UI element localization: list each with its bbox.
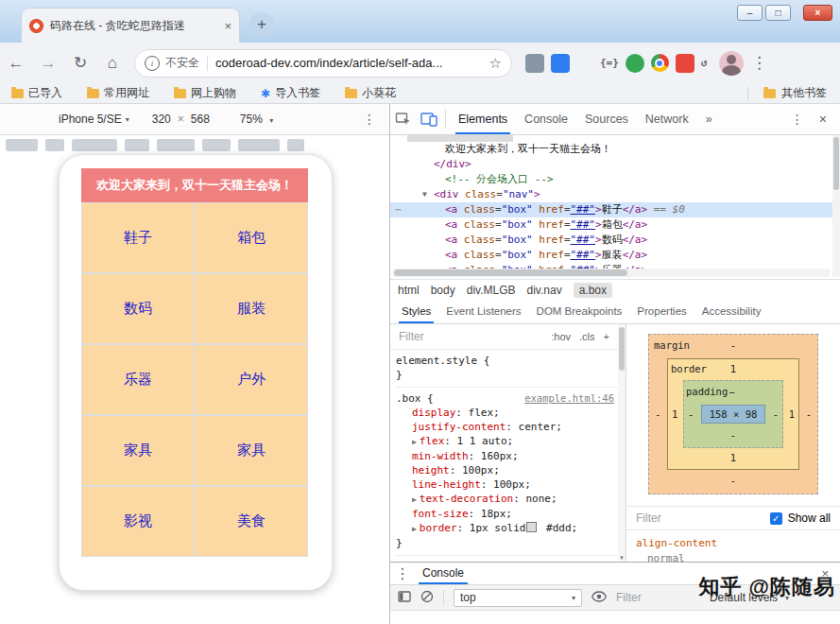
horizontal-scrollbar[interactable] — [392, 269, 831, 277]
show-all-checkbox[interactable]: ✓ — [770, 512, 782, 525]
reload-button[interactable]: ↻ — [64, 53, 96, 73]
expand-shorthand-icon[interactable]: ▶ — [412, 495, 417, 504]
computed-property[interactable]: align-contentnormal — [636, 537, 831, 563]
console-drawer-tab[interactable]: Console — [415, 563, 471, 584]
mobile-nav-item[interactable]: 乐器 — [81, 344, 195, 415]
css-property[interactable]: ▶border: 1px solid #ddd; — [396, 521, 626, 536]
devtools-tab[interactable]: » — [697, 104, 721, 134]
console-filter-input[interactable]: Filter — [616, 591, 642, 604]
css-property[interactable]: ▶text-decoration: none; — [396, 492, 626, 507]
breadcrumb-item[interactable]: a.box — [574, 283, 612, 298]
mobile-nav-item[interactable]: 家具 — [81, 415, 195, 486]
css-property[interactable]: justify-content: center; — [396, 420, 626, 434]
home-button[interactable]: ⌂ — [96, 54, 129, 73]
console-sidebar-icon[interactable] — [398, 591, 411, 605]
dom-tree-row[interactable]: 欢迎大家来到，双十一天猫主会场！ — [390, 142, 832, 157]
close-window-button[interactable]: × — [803, 5, 832, 21]
sidebar-tab[interactable]: Styles — [394, 300, 438, 323]
margin-top-value[interactable]: - — [730, 339, 736, 351]
inspect-element-icon[interactable] — [390, 111, 416, 128]
mobile-nav-item[interactable]: 户外 — [195, 344, 308, 415]
expand-arrow-icon[interactable]: ▼ — [422, 187, 434, 202]
padding-bottom-value[interactable]: - — [730, 429, 736, 441]
device-select[interactable]: iPhone 5/SE ▾ — [59, 113, 129, 126]
extension-icon[interactable]: ↺ — [701, 54, 708, 73]
styles-scrollbar[interactable]: ▾ — [618, 324, 626, 563]
mobile-nav-item[interactable]: 家具 — [195, 415, 308, 486]
tab-close-icon[interactable]: × — [224, 19, 231, 33]
expand-shorthand-icon[interactable]: ▶ — [412, 438, 417, 446]
border-left-value[interactable]: 1 — [672, 408, 677, 420]
mobile-nav-item[interactable]: 服装 — [195, 273, 308, 344]
browser-tab[interactable]: 码路在线 - 贪吃蛇思路指迷 × — [21, 8, 240, 43]
mobile-nav-item[interactable]: 数码 — [81, 273, 195, 344]
sidebar-tab[interactable]: Accessibility — [694, 300, 769, 323]
css-property[interactable]: display: flex; — [396, 406, 626, 420]
new-tab-button[interactable]: + — [249, 12, 274, 37]
margin-bottom-value[interactable]: - — [730, 475, 736, 486]
element-style-rule[interactable]: element.style { — [396, 354, 626, 368]
sidebar-tab[interactable]: Properties — [629, 300, 694, 323]
execution-context-select[interactable]: top ▾ — [454, 589, 582, 607]
back-button[interactable]: ← — [0, 54, 32, 73]
bookmark-item[interactable]: 已导入 — [11, 85, 62, 101]
viewport-width-field[interactable]: 320 — [152, 113, 171, 126]
devtools-close-icon[interactable]: × — [819, 112, 827, 127]
dom-tree-row[interactable]: <a class="box" href="##">箱包</a> — [390, 217, 832, 233]
extension-icon[interactable]: {=} — [600, 54, 619, 73]
dom-tree-row[interactable]: <a class="box" href="##">数码</a> — [390, 233, 832, 248]
dom-tree-row[interactable]: <!-- 分会场入口 --> — [390, 172, 832, 187]
class-toggle[interactable]: .cls — [579, 331, 595, 342]
viewport-height-field[interactable]: 568 — [191, 113, 210, 126]
minimize-button[interactable]: – — [737, 5, 763, 21]
breadcrumb-item[interactable]: div.MLGB — [467, 284, 516, 297]
css-property[interactable]: line-height: 100px; — [396, 477, 626, 492]
devtools-tab[interactable]: Elements — [450, 104, 516, 134]
mobile-nav-item[interactable]: 美食 — [195, 486, 308, 557]
extension-icon[interactable] — [626, 54, 644, 73]
dom-tree-row[interactable]: <a class="box" href="##">服装</a> — [390, 248, 832, 263]
browser-menu-icon[interactable]: ⋮ — [744, 53, 776, 73]
color-swatch[interactable] — [526, 522, 537, 532]
breadcrumb-item[interactable]: div.nav — [527, 284, 562, 297]
scroll-down-arrow-icon[interactable]: ▾ — [618, 554, 626, 562]
forward-button[interactable]: → — [32, 54, 64, 73]
extensions-grid-icon[interactable] — [576, 55, 593, 72]
margin-left-value[interactable]: - — [655, 408, 660, 420]
device-toolbar-menu-icon[interactable]: ⋮ — [363, 112, 376, 127]
dom-tree-row[interactable]: ⋯<a class="box" href="##">鞋子</a> == $0 — [390, 202, 832, 217]
css-property[interactable]: ▶flex: 1 1 auto; — [396, 434, 626, 449]
site-info-icon[interactable]: i — [145, 56, 160, 71]
pseudo-state-toggle[interactable]: :hov — [551, 331, 571, 342]
maximize-button[interactable]: □ — [765, 5, 791, 21]
border-right-value[interactable]: 1 — [789, 408, 795, 420]
styles-filter-input[interactable]: Filter — [399, 330, 424, 343]
bookmark-item[interactable]: ✱导入书签 — [261, 85, 320, 101]
extension-icon[interactable] — [525, 54, 544, 73]
breadcrumb-item[interactable]: body — [431, 284, 455, 297]
bookmark-star-icon[interactable]: ☆ — [489, 55, 502, 72]
devtools-tab[interactable]: Sources — [576, 104, 637, 134]
css-source-link[interactable]: example.html:46 — [524, 391, 614, 406]
chrome-extension-icon[interactable] — [651, 54, 669, 72]
margin-right-value[interactable]: - — [806, 408, 812, 420]
border-top-value[interactable]: 1 — [730, 363, 736, 374]
row-menu-icon[interactable]: ⋯ — [395, 202, 401, 217]
devtools-tab[interactable]: Network — [637, 104, 697, 134]
drawer-menu-icon[interactable]: ⋮ — [390, 564, 415, 582]
dom-tree-row[interactable]: </div> — [390, 157, 832, 172]
extension-icon[interactable] — [676, 54, 694, 73]
vertical-scrollbar[interactable] — [832, 135, 840, 277]
url-text[interactable]: coderoad-dev.com/index/article/self-ada.… — [215, 56, 484, 70]
zoom-select[interactable]: 75% ▾ — [240, 113, 273, 126]
padding-top-value[interactable]: - — [730, 386, 736, 397]
padding-left-value[interactable]: - — [688, 408, 694, 420]
address-bar[interactable]: i 不安全 coderoad-dev.com/index/article/sel… — [134, 49, 512, 78]
bookmark-item[interactable]: 常用网址 — [87, 85, 149, 101]
css-property[interactable]: min-width: 160px; — [396, 449, 626, 463]
breadcrumb-item[interactable]: html — [398, 284, 420, 297]
new-rule-button[interactable]: + — [604, 331, 609, 342]
border-bottom-value[interactable]: 1 — [730, 452, 736, 463]
css-property[interactable]: font-size: 18px; — [396, 507, 626, 521]
computed-filter-input[interactable]: Filter — [636, 511, 661, 525]
